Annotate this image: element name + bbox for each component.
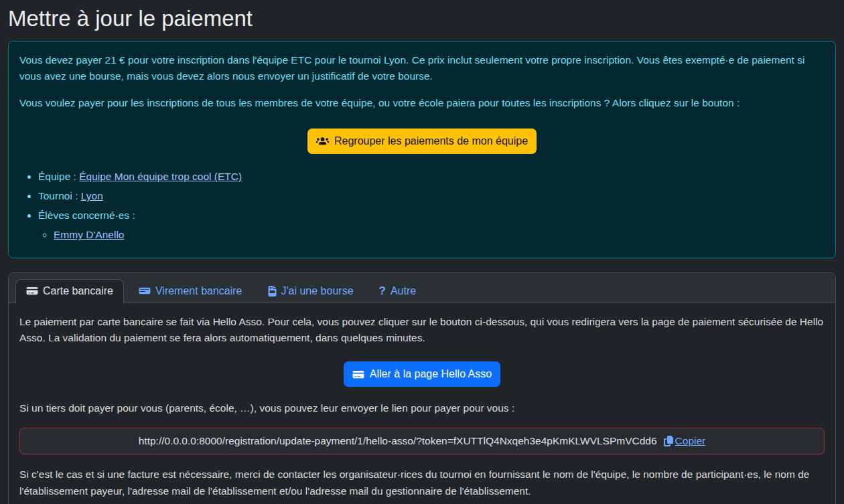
credit-card-icon: [352, 369, 364, 380]
page-title: Mettre à jour le paiement: [8, 6, 836, 31]
tab-virement-bancaire[interactable]: Virement bancaire: [128, 279, 253, 303]
list-item-team: Équipe : Équipe Mon équipe trop cool (ET…: [38, 169, 825, 185]
registration-info-list: Équipe : Équipe Mon équipe trop cool (ET…: [19, 169, 825, 243]
payment-tabs: Carte bancaire Virement bancaire J'ai un…: [9, 273, 835, 303]
student-link[interactable]: Emmy D'Anello: [54, 229, 124, 240]
tab-label: Carte bancaire: [43, 285, 113, 297]
payment-link-url: http://0.0.0.0:8000/registration/update-…: [139, 435, 657, 447]
team-label: Équipe :: [38, 171, 76, 182]
alert-paragraph-group: Vous voulez payer pour les inscriptions …: [19, 95, 825, 111]
helloasso-paragraph: Le paiement par carte bancaire se fait v…: [19, 314, 825, 347]
helloasso-button[interactable]: Aller à la page Hello Asso: [344, 361, 500, 387]
tab-bourse[interactable]: J'ai une bourse: [257, 279, 364, 303]
info-alert: Vous devez payer 21 € pour votre inscrip…: [8, 41, 836, 258]
file-invoice-icon: [268, 286, 277, 297]
tab-label: J'ai une bourse: [281, 285, 354, 297]
students-label: Élèves concerné·es :: [38, 209, 135, 221]
tab-autre[interactable]: ? Autre: [368, 279, 427, 303]
copy-link-label: Copier: [675, 435, 706, 447]
tab-label: Virement bancaire: [155, 285, 242, 297]
question-icon: ?: [379, 285, 386, 297]
money-check-icon: [139, 286, 151, 296]
list-item-tournament: Tournoi : Lyon: [38, 188, 825, 204]
team-link[interactable]: Équipe Mon équipe trop cool (ETC): [79, 171, 242, 182]
students-sub-list: Emmy D'Anello: [38, 227, 825, 243]
payment-methods-card: Carte bancaire Virement bancaire J'ai un…: [8, 272, 836, 504]
tournament-label: Tournoi :: [38, 190, 78, 201]
tab-carte-bancaire[interactable]: Carte bancaire: [15, 279, 124, 303]
helloasso-button-label: Aller à la page Hello Asso: [370, 367, 492, 382]
list-item-students: Élèves concerné·es : Emmy D'Anello: [38, 207, 825, 243]
tournament-link[interactable]: Lyon: [81, 190, 103, 201]
group-payments-button[interactable]: Regrouper les paiements de mon équipe: [307, 129, 537, 154]
alert-paragraph-price: Vous devez payer 21 € pour votre inscrip…: [19, 52, 825, 84]
copy-link[interactable]: Copier: [664, 435, 706, 447]
users-icon: [316, 136, 329, 147]
copy-icon: [664, 436, 673, 446]
payment-link-box: http://0.0.0.0:8000/registration/update-…: [19, 428, 825, 454]
student-item: Emmy D'Anello: [54, 227, 825, 243]
credit-card-icon: [26, 286, 38, 296]
invoice-paragraph: Si c'est le cas et si une facture est né…: [19, 467, 825, 500]
tab-panel-carte-bancaire: Le paiement par carte bancaire se fait v…: [9, 303, 835, 504]
group-payments-button-label: Regrouper les paiements de mon équipe: [334, 134, 528, 149]
tab-label: Autre: [391, 285, 416, 297]
third-party-paragraph: Si un tiers doit payer pour vous (parent…: [19, 400, 825, 417]
